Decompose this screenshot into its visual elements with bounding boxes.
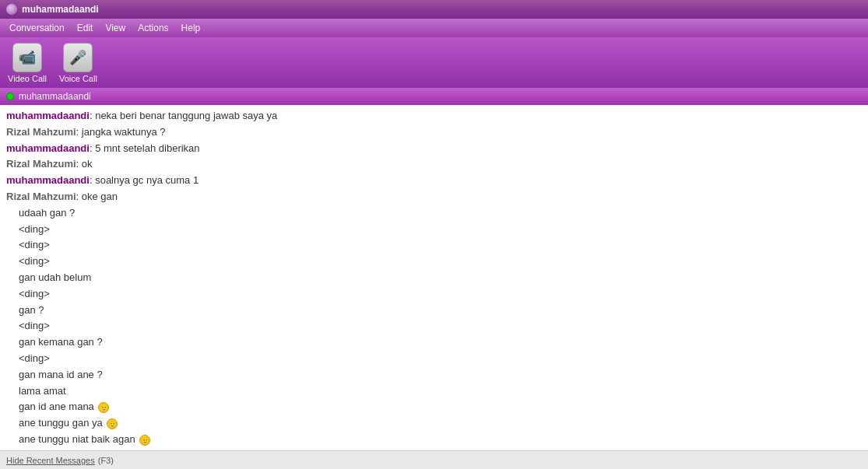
list-item: gan id ane mana 🙂 <box>6 399 862 415</box>
video-call-label: Video Call <box>8 74 47 83</box>
smiley-icon: 🙂 <box>107 418 118 429</box>
title-text: muhammadaandi <box>22 4 99 15</box>
list-item: udaah gan ? <box>6 205 862 222</box>
menu-conversation[interactable]: Conversation <box>3 21 71 35</box>
list-item: <ding> <box>6 351 862 367</box>
status-username: muhammadaandi <box>19 91 91 102</box>
list-item: <ding> <box>6 237 862 254</box>
list-item: gan udah belum <box>6 270 862 286</box>
list-item: <ding> <box>6 254 862 270</box>
status-dot <box>6 93 14 100</box>
smiley-icon: 🙂 <box>98 402 109 413</box>
chat-truncated: muhammadaandi: neka beri benar tanggung … <box>6 108 862 124</box>
video-call-button[interactable]: 📹 Video Call <box>8 43 47 83</box>
voice-call-button[interactable]: 🎤 Voice Call <box>59 43 97 83</box>
title-bar: muhammadaandi <box>0 0 868 19</box>
menu-actions[interactable]: Actions <box>132 21 174 35</box>
toolbar: 📹 Video Call 🎤 Voice Call <box>0 37 868 88</box>
title-icon <box>6 4 17 15</box>
list-item: muhammadaandi: 5 mnt setelah diberikan <box>6 141 862 157</box>
chat-area[interactable]: muhammadaandi: neka beri benar tanggung … <box>0 105 868 450</box>
list-item: Rizal Mahzumi: ok <box>6 156 862 173</box>
list-item: lama amat <box>6 383 862 400</box>
menu-help[interactable]: Help <box>175 21 207 35</box>
list-item: gan kemana gan ? <box>6 334 862 351</box>
list-item: <ding> <box>6 286 862 303</box>
smiley-icon: 🙂 <box>139 435 150 446</box>
list-item: <ding> <box>6 318 862 334</box>
hide-recent-messages-link[interactable]: Hide Recent Messages <box>6 456 95 465</box>
menu-edit[interactable]: Edit <box>71 21 100 35</box>
list-item: ane tunggu niat baik agan 🙂 <box>6 432 862 448</box>
status-bar: muhammadaandi <box>0 88 868 105</box>
list-item: Rizal Mahzumi: jangka waktunya ? <box>6 124 862 141</box>
list-item: ane tunggu gan ya 🙂 <box>6 415 862 432</box>
list-item: gan mana id ane ? <box>6 367 862 383</box>
voice-call-label: Voice Call <box>59 74 97 83</box>
list-item: <ding> <box>6 222 862 238</box>
hide-recent-messages-shortcut: (F3) <box>98 456 114 465</box>
menu-view[interactable]: View <box>99 21 132 35</box>
menu-bar: Conversation Edit View Actions Help <box>0 19 868 37</box>
list-item: gan ? <box>6 303 862 319</box>
list-item: Rizal Mahzumi: oke gan <box>6 189 862 205</box>
list-item: muhammadaandi: soalnya gc nya cuma 1 <box>6 173 862 189</box>
video-call-icon: 📹 <box>12 43 42 72</box>
voice-call-icon: 🎤 <box>63 43 93 72</box>
bottom-bar: Hide Recent Messages (F3) <box>0 450 868 469</box>
